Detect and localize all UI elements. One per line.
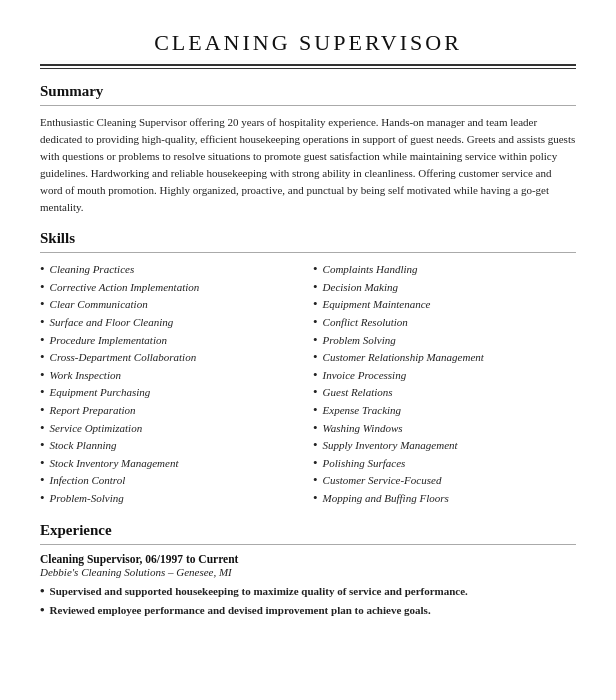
list-item: •Equipment Purchasing: [40, 384, 303, 402]
list-item: •Stock Planning: [40, 437, 303, 455]
skills-right-list: •Complaints Handling•Decision Making•Equ…: [313, 261, 576, 507]
list-item: •Complaints Handling: [313, 261, 576, 279]
summary-divider: [40, 105, 576, 106]
list-item: •Problem-Solving: [40, 490, 303, 508]
bullet-icon: •: [40, 368, 45, 381]
bullet-icon: •: [40, 473, 45, 486]
skills-right-col: •Complaints Handling•Decision Making•Equ…: [313, 261, 576, 507]
list-item: •Expense Tracking: [313, 402, 576, 420]
resume-page: Cleaning Supervisor Summary Enthusiastic…: [0, 0, 616, 700]
bullet-icon: •: [40, 584, 45, 597]
bullet-icon: •: [313, 350, 318, 363]
company-line: Debbie's Cleaning Solutions – Genesee, M…: [40, 566, 576, 578]
bullet-icon: •: [40, 280, 45, 293]
bullet-icon: •: [40, 262, 45, 275]
company-location: Genesee, MI: [176, 566, 232, 578]
bullet-icon: •: [40, 385, 45, 398]
bullet-icon: •: [40, 333, 45, 346]
bullet-icon: •: [313, 385, 318, 398]
bullet-icon: •: [313, 456, 318, 469]
bullet-icon: •: [40, 491, 45, 504]
list-item: •Clear Communication: [40, 296, 303, 314]
list-item: •Mopping and Buffing Floors: [313, 490, 576, 508]
summary-section: Summary Enthusiastic Cleaning Supervisor…: [40, 83, 576, 216]
bullet-icon: •: [313, 280, 318, 293]
list-item: •Invoice Processing: [313, 367, 576, 385]
list-item: •Supply Inventory Management: [313, 437, 576, 455]
company-name: Debbie's Cleaning Solutions –: [40, 566, 176, 578]
bullet-icon: •: [313, 473, 318, 486]
list-item: •Customer Service-Focused: [313, 472, 576, 490]
list-item: •Customer Relationship Management: [313, 349, 576, 367]
bullet-icon: •: [313, 368, 318, 381]
experience-divider: [40, 544, 576, 545]
job-title-line: Cleaning Supervisor, 06/1997 to Current: [40, 553, 576, 565]
job-title: Cleaning Supervisor,: [40, 553, 145, 565]
list-item: •Conflict Resolution: [313, 314, 576, 332]
bullet-icon: •: [40, 421, 45, 434]
bullet-icon: •: [313, 438, 318, 451]
skills-left-list: •Cleaning Practices•Corrective Action Im…: [40, 261, 303, 507]
title-divider-bottom: [40, 68, 576, 69]
skills-columns: •Cleaning Practices•Corrective Action Im…: [40, 261, 576, 507]
bullet-icon: •: [40, 315, 45, 328]
skills-divider: [40, 252, 576, 253]
summary-text: Enthusiastic Cleaning Supervisor offerin…: [40, 114, 576, 216]
list-item: •Cross-Department Collaboration: [40, 349, 303, 367]
title-divider-top: [40, 64, 576, 66]
bullet-icon: •: [40, 297, 45, 310]
list-item: •Infection Control: [40, 472, 303, 490]
bullet-icon: •: [40, 456, 45, 469]
list-item: •Supervised and supported housekeeping t…: [40, 583, 576, 600]
bullet-icon: •: [40, 438, 45, 451]
job-entry: Cleaning Supervisor, 06/1997 to Current …: [40, 553, 576, 619]
skills-heading: Skills: [40, 230, 576, 247]
list-item: •Service Optimization: [40, 420, 303, 438]
skills-section: Skills •Cleaning Practices•Corrective Ac…: [40, 230, 576, 507]
experience-section: Experience Cleaning Supervisor, 06/1997 …: [40, 522, 576, 619]
bullet-icon: •: [313, 315, 318, 328]
list-item: •Corrective Action Implementation: [40, 279, 303, 297]
list-item: •Polishing Surfaces: [313, 455, 576, 473]
bullet-icon: •: [313, 297, 318, 310]
list-item: •Procedure Implementation: [40, 332, 303, 350]
list-item: •Stock Inventory Management: [40, 455, 303, 473]
title-section: Cleaning Supervisor: [40, 30, 576, 56]
list-item: •Equipment Maintenance: [313, 296, 576, 314]
job-dates: 06/1997 to Current: [145, 553, 238, 565]
page-title: Cleaning Supervisor: [40, 30, 576, 56]
bullet-icon: •: [313, 333, 318, 346]
list-item: •Washing Windows: [313, 420, 576, 438]
list-item: •Report Preparation: [40, 402, 303, 420]
list-item: •Cleaning Practices: [40, 261, 303, 279]
list-item: •Guest Relations: [313, 384, 576, 402]
list-item: •Surface and Floor Cleaning: [40, 314, 303, 332]
bullet-icon: •: [313, 491, 318, 504]
bullet-icon: •: [40, 403, 45, 416]
bullet-icon: •: [313, 421, 318, 434]
list-item: •Decision Making: [313, 279, 576, 297]
bullet-icon: •: [40, 603, 45, 616]
experience-heading: Experience: [40, 522, 576, 539]
list-item: •Reviewed employee performance and devis…: [40, 602, 576, 619]
bullet-icon: •: [40, 350, 45, 363]
summary-heading: Summary: [40, 83, 576, 100]
list-item: •Problem Solving: [313, 332, 576, 350]
bullet-icon: •: [313, 262, 318, 275]
experience-bullets: •Supervised and supported housekeeping t…: [40, 583, 576, 619]
bullet-icon: •: [313, 403, 318, 416]
skills-left-col: •Cleaning Practices•Corrective Action Im…: [40, 261, 313, 507]
list-item: •Work Inspection: [40, 367, 303, 385]
